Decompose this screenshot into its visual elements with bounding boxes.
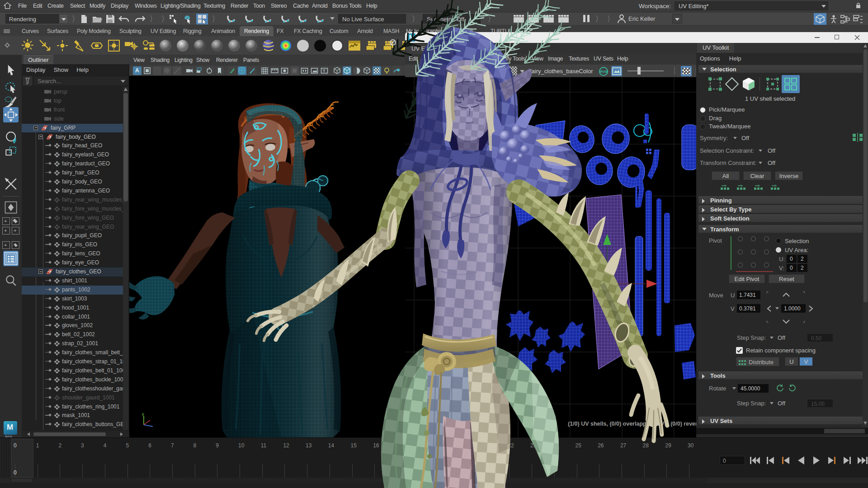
svg-text:y: y bbox=[142, 412, 144, 416]
svg-text:T: T bbox=[323, 69, 326, 73]
svg-text:RGB: RGB bbox=[600, 70, 609, 74]
